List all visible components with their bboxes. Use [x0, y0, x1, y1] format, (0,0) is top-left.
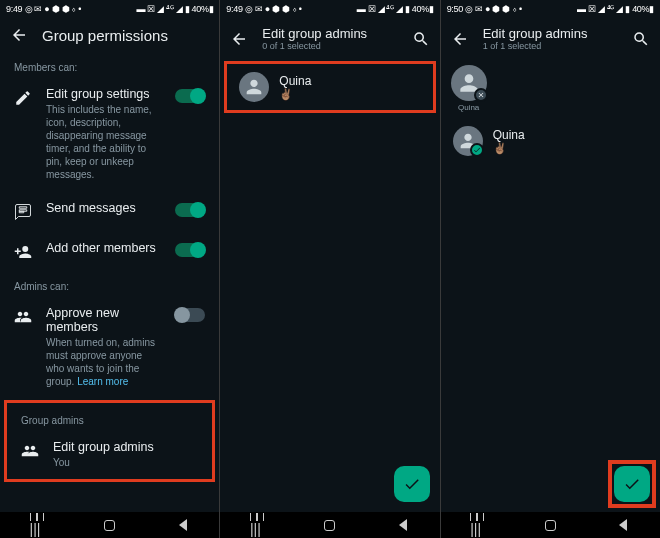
check-icon: [403, 475, 421, 493]
back-button[interactable]: [614, 516, 632, 534]
message-icon: [14, 203, 32, 221]
toggle-add-members[interactable]: [175, 243, 205, 257]
selected-check-icon: [470, 143, 484, 157]
add-person-icon: [14, 243, 32, 261]
app-bar: Group permissions: [0, 18, 219, 52]
member-status: ✌🏽: [493, 142, 525, 155]
learn-more-link[interactable]: Learn more: [77, 376, 128, 387]
recents-button[interactable]: |||: [468, 516, 486, 534]
row-title: Send messages: [46, 201, 161, 215]
row-subtitle: You: [53, 456, 198, 469]
pencil-icon: [14, 89, 32, 107]
member-name: Quina: [493, 128, 525, 142]
row-subtitle: This includes the name, icon, descriptio…: [46, 103, 161, 181]
toggle-edit-group[interactable]: [175, 89, 205, 103]
status-bar: 9:49 ◎ ✉ ● ⬢ ⬢ ⬨ • ▬ ☒ ◢ ⁴ᴳ ◢ ▮ 40%▮: [0, 0, 219, 18]
row-title: Approve new members: [46, 306, 161, 334]
android-nav-bar: |||: [441, 512, 660, 538]
page-title: Group permissions: [42, 27, 209, 44]
home-button[interactable]: [321, 516, 339, 534]
page-title: Edit group admins: [262, 26, 397, 41]
highlight-annotation: Group admins Edit group admins You: [4, 400, 215, 482]
highlight-annotation: Quina ✌🏽: [224, 61, 435, 113]
back-button[interactable]: [394, 516, 412, 534]
member-row-quina[interactable]: Quina ✌🏽: [227, 64, 432, 110]
avatar: [239, 72, 269, 102]
admins-icon: [21, 442, 39, 460]
edit-group-settings-row[interactable]: Edit group settings This includes the na…: [0, 77, 219, 191]
status-bar: 9:50 ◎ ✉ ● ⬢ ⬢ ⬨ • ▬ ☒ ◢ ⁴ᴳ ◢ ▮ 40%▮: [441, 0, 660, 18]
android-nav-bar: |||: [0, 512, 219, 538]
member-status: ✌🏽: [279, 88, 311, 101]
chip-name: Quina: [458, 103, 479, 112]
selected-chip-quina[interactable]: Quina: [451, 65, 487, 112]
edit-group-admins-row[interactable]: Edit group admins You: [7, 430, 212, 479]
approve-members-row[interactable]: Approve new members When turned on, admi…: [0, 296, 219, 398]
recents-button[interactable]: |||: [248, 516, 266, 534]
recents-button[interactable]: |||: [28, 516, 46, 534]
confirm-fab[interactable]: [394, 466, 430, 502]
page-title: Edit group admins: [483, 26, 618, 41]
content-area[interactable]: Quina ✌🏽: [220, 59, 439, 512]
approve-icon: [14, 308, 32, 326]
add-members-row[interactable]: Add other members: [0, 231, 219, 271]
remove-chip-icon[interactable]: [474, 88, 488, 102]
member-name: Quina: [279, 74, 311, 88]
content-area[interactable]: Members can: Edit group settings This in…: [0, 52, 219, 512]
back-button[interactable]: [174, 516, 192, 534]
app-bar: Edit group admins 1 of 1 selected: [441, 18, 660, 59]
check-icon: [623, 475, 641, 493]
row-title: Edit group settings: [46, 87, 161, 101]
back-arrow-icon[interactable]: [451, 30, 469, 48]
app-bar: Edit group admins 0 of 1 selected: [220, 18, 439, 59]
screen-edit-admins-unselected: 9:49 ◎ ✉ ● ⬢ ⬢ ⬨ • ▬ ☒ ◢ ⁴ᴳ ◢ ▮ 40%▮ Edi…: [220, 0, 439, 538]
member-row-quina[interactable]: Quina ✌🏽: [441, 118, 660, 164]
home-button[interactable]: [101, 516, 119, 534]
page-subtitle: 0 of 1 selected: [262, 41, 397, 51]
search-icon[interactable]: [412, 30, 430, 48]
back-arrow-icon[interactable]: [10, 26, 28, 44]
search-icon[interactable]: [632, 30, 650, 48]
home-button[interactable]: [541, 516, 559, 534]
android-nav-bar: |||: [220, 512, 439, 538]
admins-can-label: Admins can:: [0, 271, 219, 296]
screen-group-permissions: 9:49 ◎ ✉ ● ⬢ ⬢ ⬨ • ▬ ☒ ◢ ⁴ᴳ ◢ ▮ 40%▮ Gro…: [0, 0, 219, 538]
toggle-send-messages[interactable]: [175, 203, 205, 217]
row-title: Add other members: [46, 241, 161, 255]
row-subtitle: When turned on, admins must approve anyo…: [46, 336, 161, 388]
back-arrow-icon[interactable]: [230, 30, 248, 48]
members-can-label: Members can:: [0, 52, 219, 77]
screen-edit-admins-selected: 9:50 ◎ ✉ ● ⬢ ⬢ ⬨ • ▬ ☒ ◢ ⁴ᴳ ◢ ▮ 40%▮ Edi…: [441, 0, 660, 538]
status-bar: 9:49 ◎ ✉ ● ⬢ ⬢ ⬨ • ▬ ☒ ◢ ⁴ᴳ ◢ ▮ 40%▮: [220, 0, 439, 18]
send-messages-row[interactable]: Send messages: [0, 191, 219, 231]
row-title: Edit group admins: [53, 440, 198, 454]
confirm-fab[interactable]: [614, 466, 650, 502]
avatar: [451, 65, 487, 101]
group-admins-label: Group admins: [7, 403, 212, 430]
content-area[interactable]: Quina Quina ✌🏽: [441, 59, 660, 512]
page-subtitle: 1 of 1 selected: [483, 41, 618, 51]
toggle-approve-members[interactable]: [175, 308, 205, 322]
selected-chips: Quina: [441, 59, 660, 118]
